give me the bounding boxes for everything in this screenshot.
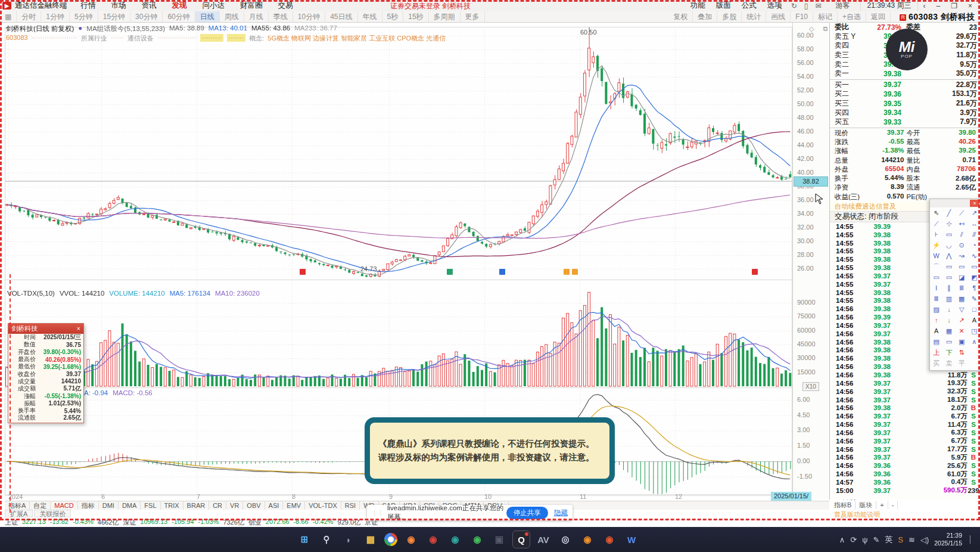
drawing-tool[interactable]: 上 — [930, 347, 942, 358]
taskbar-copilot-icon[interactable]: ◗ — [340, 531, 357, 548]
tray-wifi[interactable]: ≋ — [909, 535, 915, 544]
drag-handle-icon[interactable]: ⋮⋮ — [372, 510, 384, 516]
drawing-tool[interactable]: ▭ — [942, 261, 955, 272]
ask-row[interactable]: 卖一39.3835.0万 — [830, 69, 980, 79]
tool-F10[interactable]: F10 — [791, 11, 813, 22]
popup-header[interactable]: 剑桥科技 × — [8, 324, 83, 334]
drawing-tool[interactable]: ∿ — [968, 250, 980, 261]
tool-多股[interactable]: 多股 — [717, 11, 742, 22]
event-marker[interactable] — [564, 269, 570, 275]
period-分时[interactable]: 分时 — [17, 11, 41, 22]
menu-行情[interactable]: 行情 — [73, 0, 104, 11]
period-5分钟[interactable]: 5分钟 — [70, 11, 98, 22]
drawing-tool[interactable]: A — [930, 325, 942, 336]
drawing-tool[interactable]: ⋀ — [942, 250, 955, 261]
tray-volume[interactable]: ◁) — [920, 535, 929, 544]
period-45日线[interactable]: 45日线 — [325, 11, 357, 22]
drawing-tool[interactable]: W — [930, 250, 942, 261]
drawing-tool[interactable]: ↗ — [956, 315, 968, 325]
taskbar-word-icon[interactable]: W — [623, 531, 640, 548]
taskbar-start-icon[interactable]: ⊞ — [296, 531, 313, 548]
minimize-button[interactable]: – — [931, 2, 946, 10]
drawing-tool[interactable]: A — [968, 315, 980, 325]
taskbar-obs-icon[interactable]: ▣ — [491, 531, 508, 548]
period-多周期[interactable]: 多周期 — [429, 11, 461, 22]
drawing-tool[interactable]: ▦ — [956, 293, 968, 304]
period-60分钟[interactable]: 60分钟 — [163, 11, 195, 22]
tab-指标B[interactable]: 指标B — [830, 501, 855, 509]
period-周线[interactable]: 周线 — [220, 11, 244, 22]
drawing-tool[interactable]: ↑ — [930, 315, 942, 325]
drawing-tool[interactable]: Ⅰ — [930, 283, 942, 293]
bid-row[interactable]: 买四39.343.9万 — [830, 108, 980, 117]
bid-row[interactable]: 买二39.36153.1万 — [830, 89, 980, 99]
stock-chip[interactable]: R 603083 剑桥科技 — [900, 12, 975, 23]
drawing-tool[interactable]: ⌒ — [930, 261, 942, 272]
drawing-tool[interactable]: ↓ — [942, 304, 955, 315]
tab-DMA[interactable]: DMA — [119, 501, 141, 510]
drawing-tool[interactable]: ↗ — [968, 207, 980, 218]
taskbar-firefox-icon[interactable]: ◉ — [403, 531, 419, 548]
menu-版面[interactable]: 版面 — [711, 0, 736, 11]
tab-BRAR[interactable]: BRAR — [183, 501, 210, 510]
taskbar-file-explorer-icon[interactable]: ▦ — [362, 531, 379, 548]
drawing-tool[interactable]: ⊙ — [956, 240, 968, 250]
tab-OBV[interactable]: OBV — [243, 501, 265, 510]
menu-发现[interactable]: 发现 — [164, 0, 195, 11]
event-marker[interactable] — [499, 269, 505, 275]
event-marker[interactable] — [572, 269, 578, 275]
link-关联报价[interactable]: 关联报价 — [34, 510, 71, 517]
drawing-tool[interactable]: ▭ — [968, 261, 980, 272]
drawing-tool[interactable]: ∥ — [942, 283, 955, 293]
close-icon[interactable]: × — [77, 324, 80, 334]
menu-选项[interactable]: 选项 — [762, 0, 788, 11]
drawing-tool[interactable]: ⇖ — [930, 207, 942, 218]
drawing-tool[interactable]: ◩ — [968, 272, 980, 283]
close-icon[interactable]: × — [970, 200, 979, 207]
event-marker[interactable] — [447, 269, 453, 275]
taskbar-hexin-icon[interactable]: ◉ — [579, 531, 596, 548]
period-15分钟[interactable]: 15分钟 — [98, 11, 130, 22]
drawing-tool[interactable]: ⊦ — [930, 229, 942, 240]
taskbar-browser-icon[interactable]: ◎ — [557, 531, 574, 548]
link-扩展A[interactable]: 扩展A — [5, 510, 33, 517]
menu-财富圈[interactable]: 财富圈 — [232, 0, 270, 11]
close-button[interactable]: × — [963, 2, 978, 10]
tab-版块[interactable]: 版块 — [855, 501, 876, 509]
drawing-tool[interactable]: Ⅲ — [930, 293, 942, 304]
tray-chevron-up[interactable]: ∧ — [839, 535, 845, 544]
drawing-tool[interactable]: ▭ — [942, 336, 955, 347]
event-marker[interactable] — [752, 269, 758, 275]
drawing-tool[interactable]: ▨ — [930, 304, 942, 315]
tool-复权[interactable]: 复权 — [668, 11, 693, 22]
period-10分钟[interactable]: 10分钟 — [293, 11, 325, 22]
tab-DMI[interactable]: DMI — [99, 501, 119, 510]
bid-row[interactable]: 买一39.3722.8万 — [830, 80, 980, 90]
tab--[interactable]: - — [888, 501, 898, 509]
period-更多[interactable]: 更多 — [461, 11, 485, 22]
drawing-tool[interactable]: ◳ — [968, 325, 980, 336]
drawing-tool[interactable]: ◡ — [942, 240, 955, 250]
drawing-tool[interactable]: ▦ — [942, 325, 955, 336]
drawing-tool[interactable]: ⟋ — [956, 207, 968, 218]
drawing-tool[interactable]: □ — [968, 304, 980, 315]
tool-标记[interactable]: 标记 — [813, 11, 838, 22]
tool-画线[interactable]: 画线 — [766, 11, 791, 22]
drawing-tool[interactable]: ✕ — [956, 325, 968, 336]
tray-microphone[interactable]: ψ — [862, 535, 867, 544]
drawing-tool[interactable]: ▥ — [942, 293, 955, 304]
period-季线[interactable]: 季线 — [269, 11, 293, 22]
maximize-button[interactable]: ❐ — [945, 2, 963, 10]
drawing-tool[interactable] — [968, 358, 980, 368]
drawing-tool[interactable]: ↤ — [956, 218, 968, 229]
drawing-tool[interactable]: 平 — [956, 358, 968, 368]
drawing-tool[interactable]: ╱ — [942, 207, 955, 218]
drawing-tool[interactable]: ∧ — [968, 336, 980, 347]
period-1分钟[interactable]: 1分钟 — [41, 11, 70, 22]
taskbar-clock[interactable]: 21:392025/1/15 — [934, 532, 962, 547]
drawing-tool[interactable]: 下 — [942, 347, 955, 358]
drawing-tool[interactable]: ▣ — [956, 336, 968, 347]
menu-交易[interactable]: 交易 — [270, 0, 301, 11]
tray-sync[interactable]: ⟳ — [850, 535, 857, 544]
drawing-tool[interactable]: ⫻ — [968, 229, 980, 240]
